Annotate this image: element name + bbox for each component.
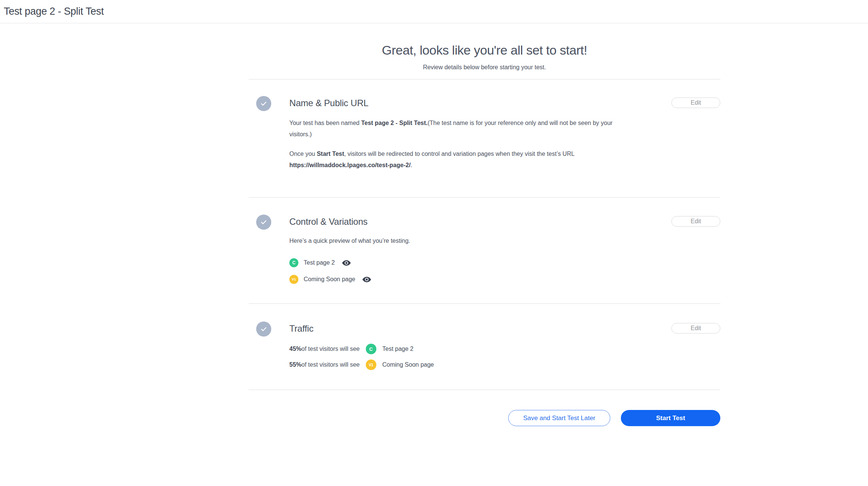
eye-icon bbox=[362, 275, 371, 284]
page-title: Test page 2 - Split Test bbox=[4, 6, 104, 17]
intro-heading: Great, looks like you're all set to star… bbox=[249, 43, 720, 58]
test-url-paragraph: Once you Start Test, visitors will be re… bbox=[289, 148, 615, 171]
traffic-percent: 55% bbox=[289, 361, 301, 368]
section-name-public-url: Name & Public URL Your test has been nam… bbox=[249, 79, 720, 197]
variation-label: Test page 2 bbox=[304, 259, 335, 266]
control-badge: C bbox=[289, 258, 298, 267]
test-url-bold: https://willmaddock.lpages.co/test-page-… bbox=[289, 162, 411, 168]
edit-column: Edit bbox=[671, 96, 720, 171]
edit-traffic-button[interactable]: Edit bbox=[671, 323, 720, 334]
check-icon bbox=[256, 96, 271, 111]
section-title: Name & Public URL bbox=[289, 97, 653, 109]
edit-name-button[interactable]: Edit bbox=[671, 98, 720, 108]
main-content: Great, looks like you're all set to star… bbox=[249, 23, 720, 426]
edit-column: Edit bbox=[671, 215, 720, 284]
traffic-page-label: Test page 2 bbox=[382, 346, 414, 352]
start-test-bold: Start Test bbox=[317, 151, 344, 157]
footer-actions: Save and Start Test Later Start Test bbox=[249, 390, 720, 426]
traffic-text: of test visitors will see bbox=[301, 361, 360, 368]
traffic-row-v1: 55% of test visitors will see V1 Coming … bbox=[289, 360, 653, 370]
section-control-variations: Control & Variations Here’s a quick prev… bbox=[249, 197, 720, 303]
check-icon bbox=[256, 321, 271, 337]
intro-block: Great, looks like you're all set to star… bbox=[249, 23, 720, 79]
section-traffic: Traffic 45% of test visitors will see C … bbox=[249, 303, 720, 390]
section-title: Traffic bbox=[289, 323, 653, 335]
traffic-page-label: Coming Soon page bbox=[382, 361, 434, 368]
control-badge: C bbox=[366, 344, 376, 354]
section-body: Traffic 45% of test visitors will see C … bbox=[289, 321, 653, 370]
traffic-text: of test visitors will see bbox=[301, 346, 360, 352]
preview-variation-button[interactable] bbox=[362, 275, 371, 284]
eye-icon bbox=[342, 258, 351, 268]
variation-badge: V1 bbox=[289, 275, 298, 284]
section-body: Control & Variations Here’s a quick prev… bbox=[289, 215, 653, 284]
traffic-row-control: 45% of test visitors will see C Test pag… bbox=[289, 344, 653, 354]
preview-control-button[interactable] bbox=[342, 258, 351, 268]
traffic-percent: 45% bbox=[289, 346, 301, 352]
intro-subheading: Review details below before starting you… bbox=[249, 64, 720, 71]
start-test-button[interactable]: Start Test bbox=[621, 410, 720, 426]
edit-column: Edit bbox=[671, 321, 720, 370]
test-name-bold: Test page 2 - Split Test. bbox=[361, 120, 428, 126]
test-name-paragraph: Your test has been named Test page 2 - S… bbox=[289, 117, 615, 140]
variations-description: Here’s a quick preview of what you’re te… bbox=[289, 238, 653, 244]
topbar: Test page 2 - Split Test bbox=[0, 0, 868, 23]
edit-variations-button[interactable]: Edit bbox=[671, 216, 720, 227]
check-icon bbox=[256, 215, 271, 230]
variation-badge: V1 bbox=[366, 360, 376, 370]
save-and-start-later-button[interactable]: Save and Start Test Later bbox=[508, 410, 610, 426]
section-title: Control & Variations bbox=[289, 216, 653, 228]
section-body: Name & Public URL Your test has been nam… bbox=[289, 96, 653, 171]
variation-row-v1: V1 Coming Soon page bbox=[289, 274, 653, 284]
variation-label: Coming Soon page bbox=[304, 276, 355, 283]
variation-row-control: C Test page 2 bbox=[289, 258, 653, 268]
